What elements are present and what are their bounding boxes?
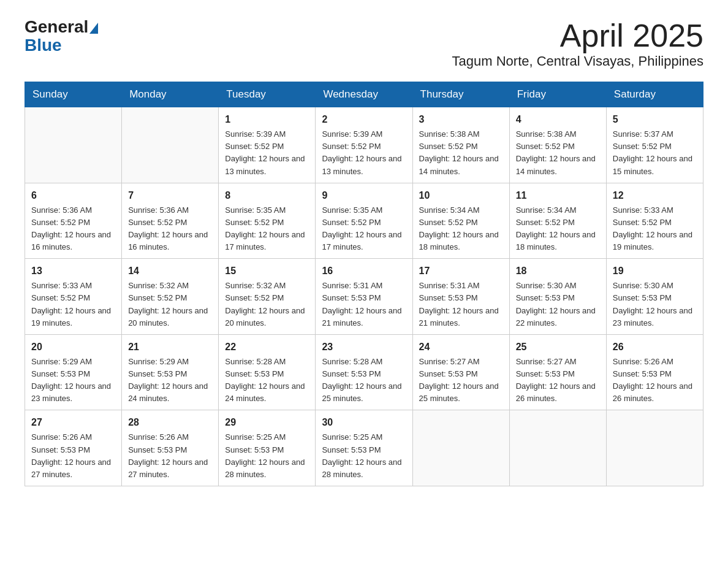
calendar-cell: 12Sunrise: 5:33 AM Sunset: 5:52 PM Dayli…	[606, 183, 703, 259]
calendar-cell: 25Sunrise: 5:27 AM Sunset: 5:53 PM Dayli…	[509, 334, 606, 410]
logo-blue-text: Blue	[25, 36, 62, 55]
day-number: 25	[516, 340, 600, 354]
weekday-header-saturday: Saturday	[606, 82, 703, 107]
calendar-cell: 5Sunrise: 5:37 AM Sunset: 5:52 PM Daylig…	[606, 107, 703, 183]
calendar-table: SundayMondayTuesdayWednesdayThursdayFrid…	[25, 82, 703, 486]
day-number: 15	[225, 264, 309, 278]
calendar-cell	[412, 410, 509, 486]
calendar-cell: 14Sunrise: 5:32 AM Sunset: 5:52 PM Dayli…	[122, 259, 219, 335]
day-info: Sunrise: 5:34 AM Sunset: 5:52 PM Dayligh…	[419, 204, 503, 254]
day-info: Sunrise: 5:39 AM Sunset: 5:52 PM Dayligh…	[322, 128, 406, 178]
calendar-cell: 3Sunrise: 5:38 AM Sunset: 5:52 PM Daylig…	[412, 107, 509, 183]
day-number: 29	[225, 415, 309, 430]
day-number: 10	[419, 188, 503, 203]
calendar-cell	[509, 410, 606, 486]
calendar-cell: 21Sunrise: 5:29 AM Sunset: 5:53 PM Dayli…	[122, 334, 219, 410]
day-info: Sunrise: 5:27 AM Sunset: 5:53 PM Dayligh…	[516, 356, 600, 405]
calendar-week-row: 20Sunrise: 5:29 AM Sunset: 5:53 PM Dayli…	[25, 334, 703, 410]
weekday-header-friday: Friday	[509, 82, 606, 107]
day-number: 7	[128, 188, 212, 203]
calendar-cell: 26Sunrise: 5:26 AM Sunset: 5:53 PM Dayli…	[606, 334, 703, 410]
day-number: 22	[225, 340, 309, 354]
day-number: 21	[128, 340, 212, 354]
day-info: Sunrise: 5:32 AM Sunset: 5:52 PM Dayligh…	[128, 280, 212, 329]
day-info: Sunrise: 5:28 AM Sunset: 5:53 PM Dayligh…	[322, 356, 406, 405]
page-header: General Blue April 2025 Tagum Norte, Cen…	[25, 18, 703, 69]
day-number: 14	[128, 264, 212, 278]
day-info: Sunrise: 5:28 AM Sunset: 5:53 PM Dayligh…	[225, 356, 309, 405]
calendar-cell	[122, 107, 219, 183]
calendar-cell: 22Sunrise: 5:28 AM Sunset: 5:53 PM Dayli…	[219, 334, 316, 410]
weekday-header-tuesday: Tuesday	[219, 82, 316, 107]
calendar-cell: 29Sunrise: 5:25 AM Sunset: 5:53 PM Dayli…	[219, 410, 316, 486]
day-info: Sunrise: 5:27 AM Sunset: 5:53 PM Dayligh…	[419, 356, 503, 405]
day-info: Sunrise: 5:26 AM Sunset: 5:53 PM Dayligh…	[31, 431, 115, 481]
day-number: 8	[225, 188, 309, 203]
day-number: 4	[516, 112, 600, 127]
calendar-cell: 7Sunrise: 5:36 AM Sunset: 5:52 PM Daylig…	[122, 183, 219, 259]
calendar-cell: 30Sunrise: 5:25 AM Sunset: 5:53 PM Dayli…	[316, 410, 412, 486]
day-number: 9	[322, 188, 406, 203]
calendar-cell: 24Sunrise: 5:27 AM Sunset: 5:53 PM Dayli…	[412, 334, 509, 410]
calendar-cell: 13Sunrise: 5:33 AM Sunset: 5:52 PM Dayli…	[25, 259, 122, 335]
day-number: 13	[31, 264, 115, 278]
logo: General Blue	[25, 18, 99, 55]
logo-triangle-icon	[89, 23, 98, 34]
day-info: Sunrise: 5:33 AM Sunset: 5:52 PM Dayligh…	[31, 280, 115, 329]
day-number: 19	[613, 264, 697, 278]
calendar-header: SundayMondayTuesdayWednesdayThursdayFrid…	[25, 82, 703, 107]
calendar-cell: 1Sunrise: 5:39 AM Sunset: 5:52 PM Daylig…	[219, 107, 316, 183]
calendar-cell: 27Sunrise: 5:26 AM Sunset: 5:53 PM Dayli…	[25, 410, 122, 486]
day-info: Sunrise: 5:35 AM Sunset: 5:52 PM Dayligh…	[225, 204, 309, 254]
day-info: Sunrise: 5:25 AM Sunset: 5:53 PM Dayligh…	[225, 431, 309, 481]
calendar-week-row: 6Sunrise: 5:36 AM Sunset: 5:52 PM Daylig…	[25, 183, 703, 259]
day-info: Sunrise: 5:36 AM Sunset: 5:52 PM Dayligh…	[128, 204, 212, 254]
day-info: Sunrise: 5:32 AM Sunset: 5:52 PM Dayligh…	[225, 280, 309, 329]
day-info: Sunrise: 5:37 AM Sunset: 5:52 PM Dayligh…	[613, 128, 697, 178]
weekday-header-sunday: Sunday	[25, 82, 122, 107]
logo-general-text: General	[25, 18, 88, 36]
calendar-cell	[606, 410, 703, 486]
day-number: 30	[322, 415, 406, 430]
calendar-cell	[25, 107, 122, 183]
calendar-week-row: 13Sunrise: 5:33 AM Sunset: 5:52 PM Dayli…	[25, 259, 703, 335]
calendar-cell: 23Sunrise: 5:28 AM Sunset: 5:53 PM Dayli…	[316, 334, 412, 410]
day-number: 2	[322, 112, 406, 127]
day-info: Sunrise: 5:30 AM Sunset: 5:53 PM Dayligh…	[613, 280, 697, 329]
calendar-cell: 2Sunrise: 5:39 AM Sunset: 5:52 PM Daylig…	[316, 107, 412, 183]
calendar-cell: 10Sunrise: 5:34 AM Sunset: 5:52 PM Dayli…	[412, 183, 509, 259]
day-info: Sunrise: 5:38 AM Sunset: 5:52 PM Dayligh…	[419, 128, 503, 178]
calendar-cell: 4Sunrise: 5:38 AM Sunset: 5:52 PM Daylig…	[509, 107, 606, 183]
day-info: Sunrise: 5:31 AM Sunset: 5:53 PM Dayligh…	[419, 280, 503, 329]
weekday-header-thursday: Thursday	[412, 82, 509, 107]
day-number: 28	[128, 415, 212, 430]
calendar-cell: 28Sunrise: 5:26 AM Sunset: 5:53 PM Dayli…	[122, 410, 219, 486]
day-number: 16	[322, 264, 406, 278]
day-number: 18	[516, 264, 600, 278]
day-info: Sunrise: 5:35 AM Sunset: 5:52 PM Dayligh…	[322, 204, 406, 254]
day-number: 5	[613, 112, 697, 127]
day-info: Sunrise: 5:38 AM Sunset: 5:52 PM Dayligh…	[516, 128, 600, 178]
weekday-header-monday: Monday	[122, 82, 219, 107]
calendar-cell: 6Sunrise: 5:36 AM Sunset: 5:52 PM Daylig…	[25, 183, 122, 259]
day-number: 3	[419, 112, 503, 127]
calendar-cell: 17Sunrise: 5:31 AM Sunset: 5:53 PM Dayli…	[412, 259, 509, 335]
day-info: Sunrise: 5:30 AM Sunset: 5:53 PM Dayligh…	[516, 280, 600, 329]
calendar-cell: 20Sunrise: 5:29 AM Sunset: 5:53 PM Dayli…	[25, 334, 122, 410]
day-number: 24	[419, 340, 503, 354]
weekday-header-wednesday: Wednesday	[316, 82, 412, 107]
location-title: Tagum Norte, Central Visayas, Philippine…	[452, 53, 703, 69]
calendar-cell: 11Sunrise: 5:34 AM Sunset: 5:52 PM Dayli…	[509, 183, 606, 259]
month-title: April 2025	[452, 18, 703, 53]
day-number: 12	[613, 188, 697, 203]
day-number: 20	[31, 340, 115, 354]
calendar-week-row: 1Sunrise: 5:39 AM Sunset: 5:52 PM Daylig…	[25, 107, 703, 183]
calendar-body: 1Sunrise: 5:39 AM Sunset: 5:52 PM Daylig…	[25, 107, 703, 486]
day-number: 17	[419, 264, 503, 278]
day-info: Sunrise: 5:36 AM Sunset: 5:52 PM Dayligh…	[31, 204, 115, 254]
title-area: April 2025 Tagum Norte, Central Visayas,…	[452, 18, 703, 69]
calendar-cell: 16Sunrise: 5:31 AM Sunset: 5:53 PM Dayli…	[316, 259, 412, 335]
day-number: 26	[613, 340, 697, 354]
day-info: Sunrise: 5:26 AM Sunset: 5:53 PM Dayligh…	[128, 431, 212, 481]
day-info: Sunrise: 5:29 AM Sunset: 5:53 PM Dayligh…	[128, 356, 212, 405]
